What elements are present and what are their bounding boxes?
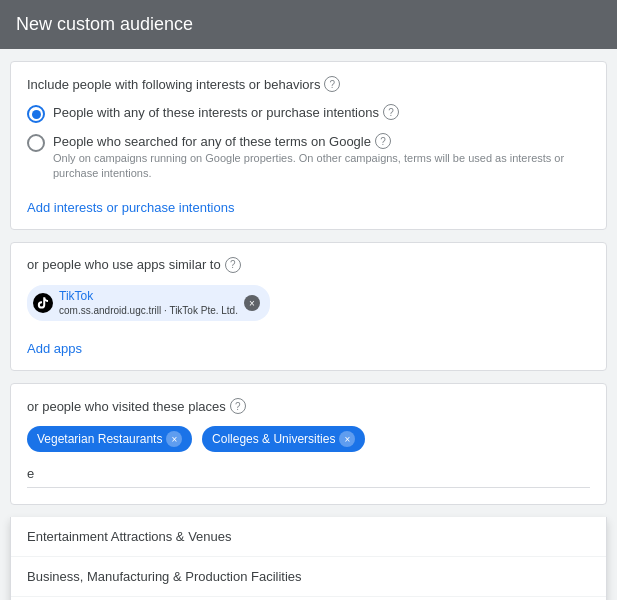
radio-interests-indicator xyxy=(27,105,45,123)
interests-section: Include people with following interests … xyxy=(10,61,607,230)
place-chip-vegetarian-close[interactable]: × xyxy=(166,431,182,447)
tiktok-chip: TikTok com.ss.android.ugc.trill · TikTok… xyxy=(27,285,270,322)
places-section: or people who visited these places ? Veg… xyxy=(10,383,607,505)
apps-section-label: or people who use apps similar to ? xyxy=(27,257,590,273)
radio-google-indicator xyxy=(27,134,45,152)
dropdown-item-business[interactable]: Business, Manufacturing & Production Fac… xyxy=(11,557,606,597)
option1-help-icon[interactable]: ? xyxy=(383,104,399,120)
place-chip-vegetarian: Vegetarian Restaurants × xyxy=(27,426,192,452)
dropdown-item-entertainment[interactable]: Entertainment Attractions & Venues xyxy=(11,517,606,557)
apps-help-icon[interactable]: ? xyxy=(225,257,241,273)
option2-help-icon[interactable]: ? xyxy=(375,133,391,149)
option2-sublabel: Only on campaigns running on Google prop… xyxy=(53,151,590,182)
places-help-icon[interactable]: ? xyxy=(230,398,246,414)
radio-option-google[interactable]: People who searched for any of these ter… xyxy=(27,133,590,182)
add-interests-link[interactable]: Add interests or purchase intentions xyxy=(27,200,234,215)
places-search-row xyxy=(27,460,590,488)
radio-google-content: People who searched for any of these ter… xyxy=(53,133,590,182)
interests-help-icon[interactable]: ? xyxy=(324,76,340,92)
apps-section: or people who use apps similar to ? TikT… xyxy=(10,242,607,372)
places-search-input[interactable] xyxy=(27,466,67,481)
radio-interests-content: People with any of these interests or pu… xyxy=(53,104,399,120)
place-chip-colleges: Colleges & Universities × xyxy=(202,426,365,452)
add-apps-link[interactable]: Add apps xyxy=(27,341,82,356)
dialog-header: New custom audience xyxy=(0,0,617,49)
place-chip-colleges-close[interactable]: × xyxy=(339,431,355,447)
places-dropdown: Entertainment Attractions & Venues Busin… xyxy=(10,517,607,600)
tiktok-chip-text: TikTok com.ss.android.ugc.trill · TikTok… xyxy=(59,289,238,318)
radio-option-interests[interactable]: People with any of these interests or pu… xyxy=(27,104,590,123)
place-chips-container: Vegetarian Restaurants × Colleges & Univ… xyxy=(27,426,590,460)
interests-section-label: Include people with following interests … xyxy=(27,76,590,92)
places-section-label: or people who visited these places ? xyxy=(27,398,590,414)
tiktok-chip-close[interactable]: × xyxy=(244,295,260,311)
dialog-title: New custom audience xyxy=(16,14,193,34)
tiktok-app-icon xyxy=(33,293,53,313)
